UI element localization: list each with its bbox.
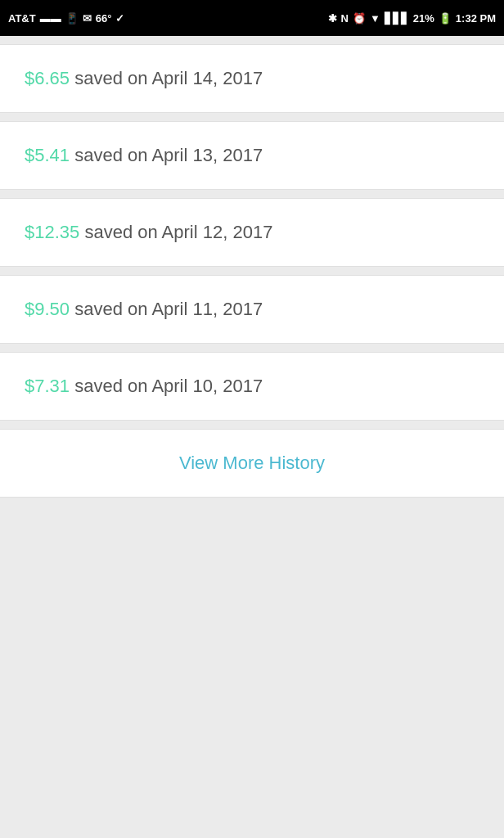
bottom-space xyxy=(0,668,504,838)
bluetooth-icon: ✱ xyxy=(328,12,337,25)
view-more-history-button[interactable]: View More History xyxy=(179,453,325,474)
time-label: 1:32 PM xyxy=(456,12,496,25)
savings-amount-3: $12.35 xyxy=(25,222,79,242)
savings-item: $6.65 saved on April 14, 2017 xyxy=(0,44,504,113)
savings-amount-4: $9.50 xyxy=(25,299,70,319)
savings-item: $7.31 saved on April 10, 2017 xyxy=(0,352,504,421)
alarm-icon: ⏰ xyxy=(353,12,366,25)
signal-icon: ▋▋▋ xyxy=(385,12,409,25)
savings-amount-5: $7.31 xyxy=(25,376,70,396)
carrier-label: AT&T xyxy=(8,12,36,25)
nfc-icon: N xyxy=(341,12,349,25)
savings-item-text-4: $9.50 saved on April 11, 2017 xyxy=(25,299,263,320)
view-more-container[interactable]: View More History xyxy=(0,429,504,498)
savings-item: $9.50 saved on April 11, 2017 xyxy=(0,275,504,344)
check-icon: ✓ xyxy=(115,12,124,25)
savings-item-text-2: $5.41 saved on April 13, 2017 xyxy=(25,145,263,166)
status-left: AT&T ▬▬ 📱 ✉ 66° ✓ xyxy=(8,12,124,25)
phone-icon: 📱 xyxy=(65,12,79,25)
battery-icon: 🔋 xyxy=(439,12,452,25)
battery-percent: 21% xyxy=(413,12,434,25)
savings-amount-1: $6.65 xyxy=(25,68,70,88)
status-right: ✱ N ⏰ ▼ ▋▋▋ 21% 🔋 1:32 PM xyxy=(328,12,496,25)
savings-item-text-3: $12.35 saved on April 12, 2017 xyxy=(25,222,272,243)
temperature-label: 66° xyxy=(96,12,112,25)
savings-item-text-1: $6.65 saved on April 14, 2017 xyxy=(25,68,263,89)
savings-item: $12.35 saved on April 12, 2017 xyxy=(0,198,504,267)
message-icon: ✉ xyxy=(83,12,92,25)
status-bar: AT&T ▬▬ 📱 ✉ 66° ✓ ✱ N ⏰ ▼ ▋▋▋ 21% 🔋 1:32… xyxy=(0,0,504,36)
content-area: $6.65 saved on April 14, 2017 $5.41 save… xyxy=(0,36,504,668)
savings-amount-2: $5.41 xyxy=(25,145,70,165)
carrier-icon: ▬▬ xyxy=(40,12,61,25)
savings-item: $5.41 saved on April 13, 2017 xyxy=(0,121,504,190)
wifi-icon: ▼ xyxy=(370,12,380,25)
savings-item-text-5: $7.31 saved on April 10, 2017 xyxy=(25,376,263,397)
savings-list: $6.65 saved on April 14, 2017 $5.41 save… xyxy=(0,36,504,498)
